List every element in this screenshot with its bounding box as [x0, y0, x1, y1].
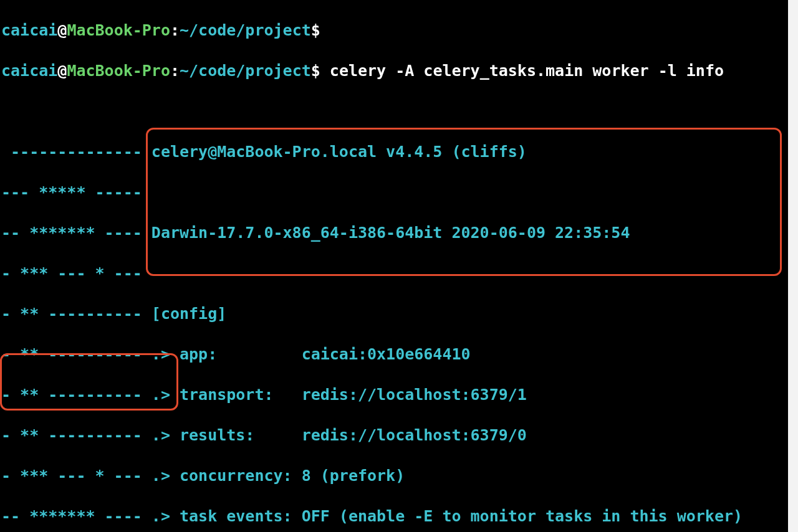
config-transport: .> transport: redis://localhost:6379/1 [151, 386, 527, 404]
banner-line: -- ******* ---- Darwin-17.7.0-x86_64-i38… [1, 223, 797, 244]
prompt-colon: : [170, 62, 180, 80]
terminal-output[interactable]: caicai@MacBook-Pro:~/code/project$ caica… [0, 0, 798, 532]
prompt-at: @ [57, 21, 67, 39]
banner-line: - *** --- * --- [1, 264, 797, 284]
prompt-user: caicai [1, 62, 57, 80]
banner-line: - ** ---------- .> transport: redis://lo… [1, 385, 797, 406]
banner-line: --- ***** ----- [1, 183, 797, 203]
ascii-art: - ** ---------- [1, 305, 151, 323]
ascii-art: - ** ---------- [1, 345, 151, 363]
celery-version: celery@MacBook-Pro.local v4.4.5 (cliffs) [151, 143, 527, 161]
command-text: celery -A celery_tasks.main worker -l in… [320, 62, 724, 80]
banner-line: -------------- celery@MacBook-Pro.local … [1, 142, 797, 163]
config-app: .> app: caicai:0x10e664410 [151, 345, 471, 363]
prompt-colon: : [170, 21, 180, 39]
config-header: [config] [151, 305, 226, 323]
banner-line: - ** ---------- .> results: redis://loca… [1, 425, 797, 446]
config-task-events: .> task events: OFF (enable -E to monito… [151, 507, 743, 525]
banner-line: - *** --- * --- .> concurrency: 8 (prefo… [1, 466, 797, 487]
scrollbar-track[interactable] [788, 0, 798, 532]
prompt-path: ~/code/project [180, 21, 311, 39]
prompt-line-1: caicai@MacBook-Pro:~/code/project$ [1, 21, 797, 41]
ascii-art: - *** --- * --- [1, 467, 151, 485]
prompt-line-2: caicai@MacBook-Pro:~/code/project$ celer… [1, 61, 797, 82]
config-results: .> results: redis://localhost:6379/0 [151, 426, 527, 444]
blank-line [1, 102, 797, 122]
banner-line: - ** ---------- [config] [1, 304, 797, 325]
prompt-path: ~/code/project [180, 62, 311, 80]
ascii-art: -- ******* ---- [1, 507, 151, 525]
prompt-host: MacBook-Pro [67, 62, 170, 80]
ascii-art: -- ******* ---- [1, 224, 151, 242]
prompt-dollar: $ [311, 21, 320, 39]
banner-line: -- ******* ---- .> task events: OFF (ena… [1, 506, 797, 527]
banner-line: - ** ---------- .> app: caicai:0x10e6644… [1, 344, 797, 365]
prompt-host: MacBook-Pro [67, 21, 170, 39]
ascii-art: - ** ---------- [1, 426, 151, 444]
config-concurrency: .> concurrency: 8 (prefork) [151, 467, 405, 485]
ascii-art: -------------- [1, 143, 151, 161]
ascii-art: - ** ---------- [1, 386, 151, 404]
prompt-at: @ [57, 62, 67, 80]
prompt-user: caicai [1, 21, 57, 39]
platform-info: Darwin-17.7.0-x86_64-i386-64bit 2020-06-… [151, 224, 630, 242]
prompt-dollar: $ [311, 62, 320, 80]
